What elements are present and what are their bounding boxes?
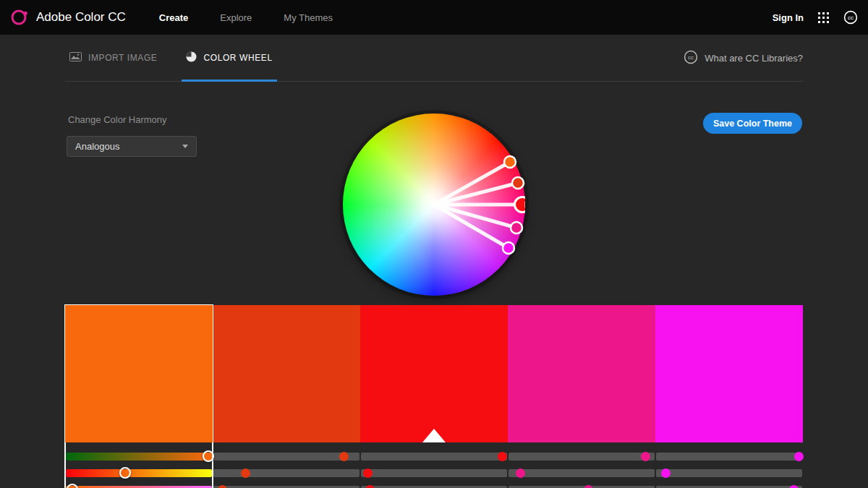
tab-bar: IMPORT IMAGE COLOR WHEEL cc: [0, 35, 868, 82]
red-slider-track[interactable]: [656, 453, 802, 461]
red-slider-row: [508, 448, 655, 465]
red-slider-track[interactable]: [213, 453, 359, 461]
red-slider-row: [655, 448, 803, 465]
wheel-marker[interactable]: [511, 222, 522, 234]
red-slider-track[interactable]: [361, 453, 507, 461]
swatch-strip: [65, 305, 803, 488]
green-slider-track[interactable]: [509, 469, 655, 477]
image-icon: [69, 52, 82, 64]
nav-item-create[interactable]: Create: [159, 12, 188, 23]
swatch-sliders: [360, 442, 508, 488]
cc-libraries-icon: cc: [684, 50, 698, 67]
save-color-theme-button[interactable]: Save Color Theme: [703, 113, 802, 134]
green-slider-track[interactable]: [213, 469, 359, 477]
tab-bar-inner: IMPORT IMAGE COLOR WHEEL cc: [65, 35, 803, 82]
adobe-color-app: Adobe Color CC Create Explore My Themes …: [0, 0, 868, 488]
swatch-1[interactable]: [65, 305, 213, 442]
swatch-2[interactable]: [213, 305, 360, 442]
svg-text:cc: cc: [688, 54, 694, 61]
swatch-3[interactable]: [360, 305, 508, 442]
blue-slider-row: [65, 481, 213, 488]
wheel-marker[interactable]: [512, 177, 524, 189]
green-slider-handle[interactable]: [516, 468, 525, 478]
cc-libraries-link[interactable]: cc What are CC Libraries?: [684, 35, 803, 81]
swatch-4[interactable]: [508, 305, 655, 442]
red-slider-row: [360, 448, 508, 465]
harmony-label: Change Color Harmony: [68, 114, 167, 125]
blue-slider-row: [360, 481, 508, 488]
green-slider-row: [508, 465, 655, 481]
cc-libraries-label: What are CC Libraries?: [705, 53, 803, 64]
blue-slider-row: [655, 481, 803, 488]
green-slider-track[interactable]: [361, 469, 507, 477]
green-slider-row: [65, 465, 213, 481]
red-slider-row: [213, 448, 360, 465]
swatch-sliders: [508, 442, 655, 488]
chevron-down-icon: [182, 145, 188, 148]
base-color-indicator: [422, 429, 446, 442]
wheel-marker[interactable]: [504, 156, 516, 168]
red-slider-handle[interactable]: [641, 452, 650, 461]
swatch-sliders: [65, 442, 213, 488]
green-slider-handle[interactable]: [661, 468, 671, 478]
swatch-column-1: [65, 305, 213, 488]
top-header: Adobe Color CC Create Explore My Themes …: [0, 0, 868, 35]
active-marker-arrow-icon: [525, 202, 526, 208]
nav-item-explore[interactable]: Explore: [220, 12, 252, 23]
swatch-column-2: [213, 305, 360, 488]
green-slider-row: [213, 465, 360, 481]
color-wheel-icon: [186, 51, 197, 64]
red-slider-handle[interactable]: [339, 452, 349, 461]
swatch-sliders: [213, 442, 360, 488]
apps-grid-icon[interactable]: [818, 12, 829, 23]
swatch-column-4: [508, 305, 655, 488]
blue-slider-row: [213, 481, 360, 488]
swatch-sliders: [655, 442, 803, 488]
swatch-5[interactable]: [655, 305, 803, 442]
red-slider-row: [65, 448, 213, 465]
harmony-select[interactable]: Analogous: [67, 136, 197, 157]
wheel-marker-line: [434, 162, 510, 205]
wheel-marker-line: [434, 183, 518, 205]
color-wheel[interactable]: [343, 114, 525, 296]
tab-import-image-label: IMPORT IMAGE: [88, 53, 157, 63]
main-nav: Create Explore My Themes: [159, 12, 333, 23]
green-slider-track[interactable]: [656, 469, 802, 477]
svg-text:cc: cc: [848, 14, 854, 21]
swatch-column-5: [655, 305, 803, 488]
green-slider-track[interactable]: [66, 469, 212, 477]
red-slider-handle[interactable]: [794, 452, 804, 461]
sign-in-button[interactable]: Sign In: [773, 12, 804, 23]
header-right: Sign In cc: [773, 10, 858, 25]
green-slider-handle[interactable]: [363, 468, 373, 478]
red-slider-track[interactable]: [509, 453, 655, 461]
harmony-selected-value: Analogous: [75, 141, 119, 152]
green-slider-row: [655, 465, 803, 481]
app-title: Adobe Color CC: [36, 10, 126, 25]
wheel-markers-overlay: [343, 114, 525, 296]
blue-slider-row: [508, 481, 655, 488]
green-slider-row: [360, 465, 508, 481]
wheel-marker[interactable]: [503, 242, 514, 254]
creative-cloud-icon[interactable]: cc: [843, 10, 858, 25]
blue-slider-handle[interactable]: [67, 484, 78, 488]
red-slider-track[interactable]: [66, 453, 212, 461]
tab-color-wheel-label: COLOR WHEEL: [203, 53, 272, 63]
blue-slider-handle[interactable]: [584, 485, 593, 488]
wheel-marker-active[interactable]: [515, 197, 526, 213]
adobe-color-logo-icon[interactable]: [10, 8, 29, 27]
tab-color-wheel[interactable]: COLOR WHEEL: [182, 35, 276, 81]
wheel-marker-line: [434, 205, 516, 228]
swatch-column-3: [360, 305, 508, 488]
wheel-marker-line: [434, 205, 509, 248]
tab-import-image[interactable]: IMPORT IMAGE: [65, 35, 161, 81]
nav-item-my-themes[interactable]: My Themes: [284, 12, 333, 23]
